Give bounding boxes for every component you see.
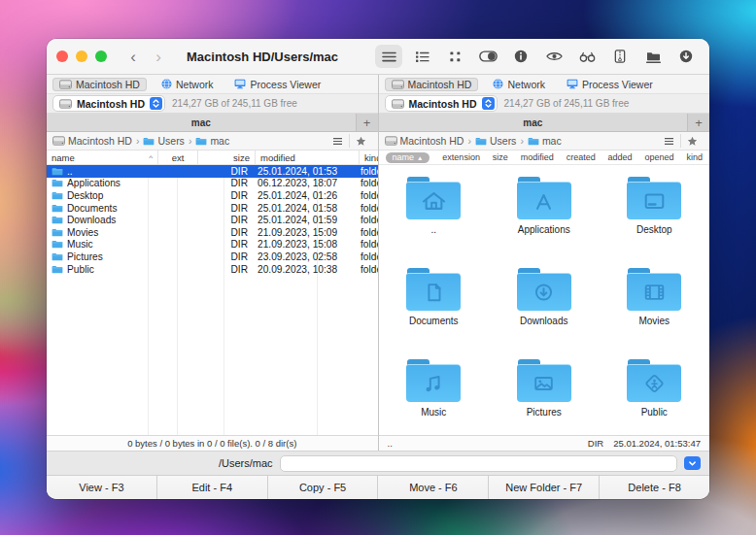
detail-list-view-button[interactable] — [408, 45, 435, 68]
zoom-button[interactable] — [95, 50, 107, 62]
cell-kind: folder — [356, 226, 378, 239]
column-header-name[interactable]: name^ — [47, 150, 158, 164]
command-history-dropdown-button[interactable] — [684, 456, 701, 470]
globe-icon — [493, 79, 503, 89]
fn-button-move-f6[interactable]: Move - F6 — [378, 476, 489, 499]
fn-button-edit-f4[interactable]: Edit - F4 — [157, 476, 268, 499]
sort-column-extension[interactable]: extension — [442, 152, 480, 162]
breadcrumb-separator: › — [189, 135, 192, 147]
breadcrumb-users[interactable]: Users — [143, 135, 184, 147]
sort-column-created[interactable]: created — [567, 152, 596, 162]
table-row-up[interactable]: ..DIR25.01.2024, 01:53folder — [47, 165, 378, 178]
fn-button-delete-f8[interactable]: Delete - F8 — [600, 476, 709, 499]
breadcrumb-users[interactable]: Users — [475, 135, 516, 147]
folder-icon — [627, 359, 681, 402]
view-menu-button[interactable] — [658, 134, 680, 148]
list-view-button[interactable] — [375, 45, 402, 68]
hdd-icon — [59, 80, 72, 89]
breadcrumb-mac[interactable]: mac — [528, 135, 562, 147]
status-kind: DIR — [588, 438, 603, 449]
column-header-row: name^extsizemodifiedkind — [47, 150, 378, 165]
new-tab-button[interactable]: + — [357, 114, 378, 131]
grid-item-up[interactable]: .. — [379, 170, 490, 261]
appstore-emblem-icon — [517, 182, 571, 219]
table-row-desktop[interactable]: DesktopDIR25.01.2024, 01:26folder — [47, 189, 378, 202]
breadcrumb: Macintosh HD›Users›mac — [47, 132, 378, 150]
grid-item-documents[interactable]: Documents — [379, 261, 490, 352]
folder-icon — [528, 137, 539, 146]
close-button[interactable] — [56, 50, 68, 62]
volume-selector[interactable]: Macintosh HD — [52, 95, 165, 112]
tab-mac[interactable]: mac — [47, 114, 357, 131]
favorite-star-button[interactable] — [349, 134, 372, 148]
eye-button[interactable] — [540, 45, 567, 68]
grid-item-downloads[interactable]: Downloads — [489, 261, 600, 352]
breadcrumb-macintosh-hd[interactable]: Macintosh HD — [385, 135, 464, 147]
status-selected-item: .. — [388, 438, 393, 449]
sort-column-size[interactable]: size — [493, 152, 508, 162]
grid-item-public[interactable]: Public — [600, 352, 710, 435]
favorite-network[interactable]: Network — [486, 78, 552, 91]
cell-ext — [157, 226, 196, 239]
toggle-switch-button[interactable] — [474, 45, 501, 68]
table-row-music[interactable]: MusicDIR21.09.2023, 15:08folder — [47, 239, 378, 251]
cell-name: Applications — [47, 178, 157, 190]
view-menu-button[interactable] — [326, 134, 349, 148]
breadcrumb-macintosh-hd[interactable]: Macintosh HD — [52, 135, 132, 147]
favorite-star-button[interactable] — [680, 134, 704, 148]
hdd-icon — [392, 99, 404, 109]
sort-column-kind[interactable]: kind — [686, 152, 703, 162]
info-button[interactable] — [507, 45, 534, 68]
breadcrumb-mac[interactable]: mac — [195, 135, 229, 147]
command-input[interactable] — [280, 455, 677, 472]
table-row-downloads[interactable]: DownloadsDIR25.01.2024, 01:59folder — [47, 214, 378, 226]
favorite-process-viewer[interactable]: Process Viewer — [560, 78, 660, 91]
tab-mac[interactable]: mac — [379, 114, 689, 131]
column-header-ext[interactable]: ext — [158, 150, 198, 164]
download-button[interactable] — [672, 45, 700, 68]
grid-item-music[interactable]: Music — [379, 352, 490, 435]
cell-ext — [157, 165, 196, 178]
forward-button[interactable]: › — [146, 49, 171, 65]
table-row-documents[interactable]: DocumentsDIR25.01.2024, 01:58folder — [47, 202, 378, 215]
table-row-public[interactable]: PublicDIR20.09.2023, 10:38folder — [47, 263, 378, 276]
new-tab-button[interactable]: + — [688, 114, 709, 131]
favorite-macintosh-hd[interactable]: Macintosh HD — [385, 78, 479, 91]
grid-view-button[interactable] — [441, 45, 468, 68]
volume-stepper-icon[interactable] — [482, 97, 495, 110]
file-name: Public — [67, 264, 94, 275]
table-row-pictures[interactable]: PicturesDIR23.09.2023, 02:58folder — [47, 251, 378, 263]
breadcrumb-actions — [326, 134, 372, 148]
volume-selector[interactable]: Macintosh HD — [385, 95, 498, 112]
back-button[interactable]: ‹ — [120, 49, 146, 65]
cell-modified: 21.09.2023, 15:08 — [253, 239, 356, 251]
cell-ext — [157, 202, 196, 215]
favorite-network[interactable]: Network — [155, 78, 221, 91]
folder-icon — [52, 265, 63, 274]
sort-column-modified[interactable]: modified — [521, 152, 554, 162]
grid-item-applications[interactable]: Applications — [489, 170, 600, 261]
table-row-movies[interactable]: MoviesDIR21.09.2023, 15:09folder — [47, 226, 378, 239]
sort-column-added[interactable]: added — [608, 152, 633, 162]
favorite-macintosh-hd[interactable]: Macintosh HD — [52, 78, 147, 91]
grid-item-movies[interactable]: Movies — [600, 261, 710, 352]
column-header-size[interactable]: size — [198, 150, 256, 164]
archive-button[interactable] — [606, 45, 634, 68]
column-header-modified[interactable]: modified — [256, 150, 360, 164]
binoculars-button[interactable] — [573, 45, 601, 68]
favorite-process-viewer[interactable]: Process Viewer — [227, 78, 327, 91]
network-share-button[interactable] — [639, 45, 667, 68]
minimize-button[interactable] — [76, 50, 87, 62]
fn-button-copy-f5[interactable]: Copy - F5 — [268, 476, 379, 499]
fn-button-new-folder-f7[interactable]: New Folder - F7 — [489, 476, 600, 499]
table-row-applications[interactable]: ApplicationsDIR06.12.2023, 18:07folder — [47, 178, 378, 190]
sort-column-opened[interactable]: opened — [645, 152, 674, 162]
grid-item-pictures[interactable]: Pictures — [489, 352, 600, 435]
cell-modified: 25.01.2024, 01:59 — [253, 214, 356, 226]
cell-modified: 25.01.2024, 01:58 — [253, 202, 356, 215]
fn-button-view-f3[interactable]: View - F3 — [47, 476, 157, 499]
sort-column-name[interactable]: name▲ — [386, 152, 430, 163]
cell-kind: folder — [356, 202, 378, 215]
grid-item-desktop[interactable]: Desktop — [600, 170, 710, 261]
volume-stepper-icon[interactable] — [150, 97, 162, 110]
